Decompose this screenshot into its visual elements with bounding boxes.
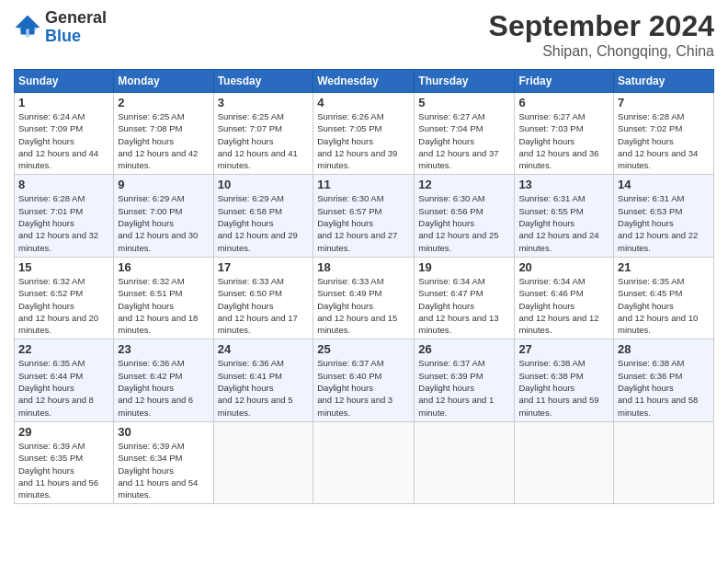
day-number: 3 [218, 96, 310, 109]
day-info: Sunrise: 6:38 AM Sunset: 6:38 PM Dayligh… [518, 357, 609, 418]
day-number: 19 [418, 260, 510, 274]
day-number: 14 [618, 178, 710, 191]
day-number: 6 [518, 96, 609, 109]
calendar-cell-15: 15 Sunrise: 6:32 AM Sunset: 6:52 PM Dayl… [15, 257, 114, 339]
calendar-cell-19: 19 Sunrise: 6:34 AM Sunset: 6:47 PM Dayl… [415, 257, 515, 339]
calendar-cell-4: 4 Sunrise: 6:26 AM Sunset: 7:05 PM Dayli… [313, 93, 415, 175]
day-number: 16 [118, 260, 209, 274]
day-number: 25 [317, 342, 410, 356]
calendar-cell-17: 17 Sunrise: 6:33 AM Sunset: 6:50 PM Dayl… [213, 257, 313, 339]
header-friday: Friday [515, 70, 614, 93]
day-info: Sunrise: 6:28 AM Sunset: 7:02 PM Dayligh… [618, 110, 710, 171]
logo-icon [14, 14, 41, 41]
day-info: Sunrise: 6:34 AM Sunset: 6:47 PM Dayligh… [418, 275, 510, 336]
calendar-cell-30: 30 Sunrise: 6:39 AM Sunset: 6:34 PM Dayl… [114, 421, 213, 503]
header-monday: Monday [114, 70, 213, 93]
calendar-cell-7: 7 Sunrise: 6:28 AM Sunset: 7:02 PM Dayli… [614, 93, 714, 175]
day-number: 22 [18, 342, 109, 356]
calendar-table: Sunday Monday Tuesday Wednesday Thursday… [14, 69, 714, 504]
header-saturday: Saturday [614, 70, 714, 93]
day-number: 1 [18, 96, 109, 109]
calendar-week-1: 1 Sunrise: 6:24 AM Sunset: 7:09 PM Dayli… [15, 93, 714, 175]
title-block: September 2024 Shipan, Chongqing, China [489, 9, 714, 60]
day-number: 15 [18, 260, 109, 274]
calendar-cell-empty-4-3 [313, 421, 415, 503]
day-number: 24 [218, 342, 310, 356]
day-number: 21 [618, 260, 710, 274]
header-wednesday: Wednesday [313, 70, 415, 93]
calendar-cell-empty-4-4 [415, 421, 515, 503]
header-sunday: Sunday [15, 70, 114, 93]
calendar-cell-10: 10 Sunrise: 6:29 AM Sunset: 6:58 PM Dayl… [213, 175, 313, 257]
calendar-cell-13: 13 Sunrise: 6:31 AM Sunset: 6:55 PM Dayl… [515, 175, 614, 257]
calendar-cell-12: 12 Sunrise: 6:30 AM Sunset: 6:56 PM Dayl… [415, 175, 515, 257]
calendar-cell-empty-4-5 [515, 421, 614, 503]
day-number: 13 [518, 178, 609, 191]
day-info: Sunrise: 6:39 AM Sunset: 6:34 PM Dayligh… [118, 440, 209, 500]
calendar-cell-26: 26 Sunrise: 6:37 AM Sunset: 6:39 PM Dayl… [415, 339, 515, 421]
header-thursday: Thursday [415, 70, 515, 93]
day-number: 4 [317, 96, 410, 109]
month-title: September 2024 [489, 9, 714, 43]
main-container: General Blue September 2024 Shipan, Chon… [0, 0, 728, 513]
day-number: 26 [418, 342, 510, 356]
calendar-body: 1 Sunrise: 6:24 AM Sunset: 7:09 PM Dayli… [15, 93, 714, 504]
day-number: 8 [18, 178, 109, 191]
day-info: Sunrise: 6:36 AM Sunset: 6:41 PM Dayligh… [218, 357, 310, 418]
day-info: Sunrise: 6:29 AM Sunset: 7:00 PM Dayligh… [118, 192, 209, 253]
calendar-cell-24: 24 Sunrise: 6:36 AM Sunset: 6:41 PM Dayl… [213, 339, 313, 421]
day-number: 27 [518, 342, 609, 356]
calendar-cell-28: 28 Sunrise: 6:38 AM Sunset: 6:36 PM Dayl… [614, 339, 714, 421]
day-info: Sunrise: 6:29 AM Sunset: 6:58 PM Dayligh… [218, 192, 310, 253]
day-info: Sunrise: 6:32 AM Sunset: 6:51 PM Dayligh… [118, 275, 209, 336]
calendar-week-3: 15 Sunrise: 6:32 AM Sunset: 6:52 PM Dayl… [15, 257, 714, 339]
calendar-cell-27: 27 Sunrise: 6:38 AM Sunset: 6:38 PM Dayl… [515, 339, 614, 421]
logo-text: General Blue [45, 9, 107, 46]
logo: General Blue [14, 9, 107, 46]
day-info: Sunrise: 6:35 AM Sunset: 6:45 PM Dayligh… [618, 275, 710, 336]
day-info: Sunrise: 6:30 AM Sunset: 6:57 PM Dayligh… [317, 192, 410, 253]
day-info: Sunrise: 6:27 AM Sunset: 7:03 PM Dayligh… [518, 110, 609, 171]
calendar-cell-11: 11 Sunrise: 6:30 AM Sunset: 6:57 PM Dayl… [313, 175, 415, 257]
calendar-cell-2: 2 Sunrise: 6:25 AM Sunset: 7:08 PM Dayli… [114, 93, 213, 175]
day-number: 17 [218, 260, 310, 274]
day-info: Sunrise: 6:26 AM Sunset: 7:05 PM Dayligh… [317, 110, 410, 171]
day-number: 12 [418, 178, 510, 191]
calendar-cell-21: 21 Sunrise: 6:35 AM Sunset: 6:45 PM Dayl… [614, 257, 714, 339]
calendar-cell-9: 9 Sunrise: 6:29 AM Sunset: 7:00 PM Dayli… [114, 175, 213, 257]
day-info: Sunrise: 6:32 AM Sunset: 6:52 PM Dayligh… [18, 275, 109, 336]
header-tuesday: Tuesday [213, 70, 313, 93]
day-info: Sunrise: 6:39 AM Sunset: 6:35 PM Dayligh… [18, 440, 109, 500]
calendar-cell-25: 25 Sunrise: 6:37 AM Sunset: 6:40 PM Dayl… [313, 339, 415, 421]
calendar-cell-16: 16 Sunrise: 6:32 AM Sunset: 6:51 PM Dayl… [114, 257, 213, 339]
day-number: 10 [218, 178, 310, 191]
day-info: Sunrise: 6:30 AM Sunset: 6:56 PM Dayligh… [418, 192, 510, 253]
day-number: 18 [317, 260, 410, 274]
calendar-cell-1: 1 Sunrise: 6:24 AM Sunset: 7:09 PM Dayli… [15, 93, 114, 175]
day-info: Sunrise: 6:36 AM Sunset: 6:42 PM Dayligh… [118, 357, 209, 418]
calendar-cell-empty-4-6 [614, 421, 714, 503]
day-info: Sunrise: 6:31 AM Sunset: 6:53 PM Dayligh… [618, 192, 710, 253]
calendar-cell-22: 22 Sunrise: 6:35 AM Sunset: 6:44 PM Dayl… [15, 339, 114, 421]
day-info: Sunrise: 6:28 AM Sunset: 7:01 PM Dayligh… [18, 192, 109, 253]
header: General Blue September 2024 Shipan, Chon… [14, 9, 714, 60]
day-info: Sunrise: 6:35 AM Sunset: 6:44 PM Dayligh… [18, 357, 109, 418]
calendar-cell-5: 5 Sunrise: 6:27 AM Sunset: 7:04 PM Dayli… [415, 93, 515, 175]
day-info: Sunrise: 6:33 AM Sunset: 6:49 PM Dayligh… [317, 275, 410, 336]
day-number: 2 [118, 96, 209, 109]
day-number: 23 [118, 342, 209, 356]
weekday-header-row: Sunday Monday Tuesday Wednesday Thursday… [15, 70, 714, 93]
calendar-cell-3: 3 Sunrise: 6:25 AM Sunset: 7:07 PM Dayli… [213, 93, 313, 175]
day-number: 29 [18, 425, 109, 439]
day-number: 9 [118, 178, 209, 191]
day-info: Sunrise: 6:33 AM Sunset: 6:50 PM Dayligh… [218, 275, 310, 336]
calendar-cell-empty-4-2 [213, 421, 313, 503]
day-info: Sunrise: 6:25 AM Sunset: 7:07 PM Dayligh… [218, 110, 310, 171]
day-number: 30 [118, 425, 209, 439]
day-number: 28 [618, 342, 710, 356]
calendar-cell-20: 20 Sunrise: 6:34 AM Sunset: 6:46 PM Dayl… [515, 257, 614, 339]
calendar-week-5: 29 Sunrise: 6:39 AM Sunset: 6:35 PM Dayl… [15, 421, 714, 503]
logo-blue: Blue [45, 28, 107, 46]
day-info: Sunrise: 6:31 AM Sunset: 6:55 PM Dayligh… [518, 192, 609, 253]
calendar-cell-18: 18 Sunrise: 6:33 AM Sunset: 6:49 PM Dayl… [313, 257, 415, 339]
